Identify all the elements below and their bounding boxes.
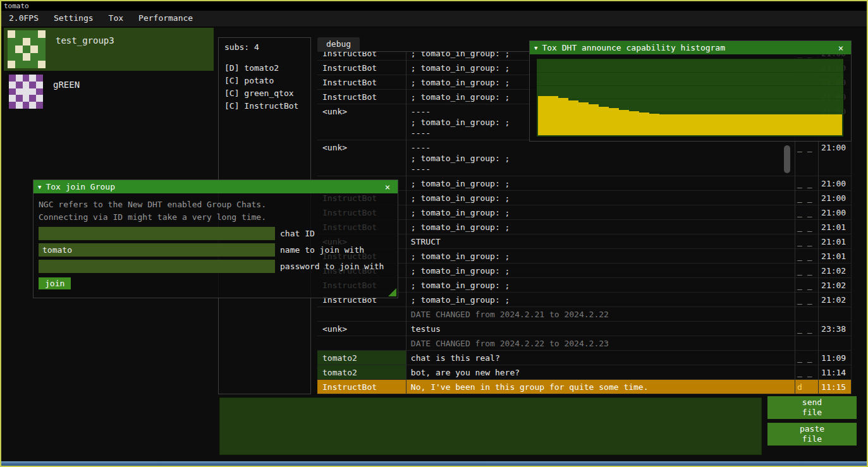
- join-group-window: ▼ Tox join Group × NGC refers to the New…: [33, 179, 398, 298]
- message-text: ; tomato_in_group: ;: [406, 278, 794, 292]
- join-window-titlebar[interactable]: ▼ Tox join Group ×: [34, 180, 398, 193]
- paste-file-button[interactable]: paste file: [767, 423, 857, 446]
- message-input[interactable]: [219, 397, 762, 455]
- avatar-pixel: [23, 38, 30, 45]
- message-timestamp: 21:01: [817, 220, 851, 234]
- histogram-bar: [822, 114, 832, 135]
- histogram-window-titlebar[interactable]: ▼ Tox DHT announce capability histogram …: [530, 41, 851, 54]
- histogram-bar: [548, 96, 558, 135]
- message-row: tomato2bot, are you new here?_ _11:14: [317, 365, 851, 380]
- join-window-body: NGC refers to the New DHT enabled Group …: [34, 193, 398, 298]
- avatar-pixel: [8, 61, 15, 68]
- message-author[interactable]: InstructBot: [317, 61, 406, 75]
- message-text: chat is this real?: [406, 351, 794, 365]
- window-title: tomato: [4, 2, 29, 10]
- avatar-pixel: [15, 30, 23, 38]
- histogram-bar: [700, 114, 711, 135]
- histogram-bar: [578, 102, 589, 135]
- message-timestamp: 21:00: [817, 191, 851, 205]
- message-author[interactable]: InstructBot: [317, 75, 406, 89]
- subs-list-item[interactable]: [C] potato: [224, 75, 305, 87]
- collapse-icon[interactable]: ▼: [534, 45, 537, 51]
- avatar-pixel: [30, 53, 38, 61]
- avatar-pixel: [8, 45, 15, 53]
- avatar-pixel: [30, 30, 38, 38]
- message-row: <unk>testus_ _23:38: [317, 322, 851, 336]
- message-text: ; tomato_in_group: ;: [406, 249, 794, 263]
- avatar-pixel: [16, 88, 23, 95]
- message-timestamp: 21:00: [817, 205, 851, 219]
- menu-item-settings[interactable]: Settings: [46, 11, 101, 27]
- histogram-bar: [680, 114, 690, 135]
- join-name-input[interactable]: [39, 243, 275, 257]
- subs-list-item[interactable]: [C] green_qtox: [224, 87, 305, 100]
- message-author[interactable]: InstructBot: [317, 90, 406, 104]
- histogram-bar: [558, 98, 568, 136]
- histogram-bar: [599, 107, 609, 135]
- delivery-status: _ _: [794, 278, 817, 292]
- avatar-pixel: [9, 102, 16, 109]
- window-titlebar[interactable]: tomato: [1, 1, 867, 11]
- join-button[interactable]: join: [39, 277, 71, 289]
- message-timestamp: 11:14: [817, 365, 851, 379]
- group-sidebar: test_group3 gREEN: [4, 28, 214, 111]
- avatar-pixel: [23, 30, 30, 38]
- group-item-green[interactable]: gREEN: [4, 71, 214, 111]
- message-timestamp: [817, 307, 851, 310]
- message-text: No, I've been in this group for quite so…: [406, 380, 794, 394]
- message-author[interactable]: <unk>: [317, 322, 406, 336]
- field-row: chat ID: [39, 227, 393, 240]
- message-author[interactable]: tomato2: [317, 365, 406, 379]
- histogram-bar: [649, 114, 659, 136]
- histogram-bar: [731, 114, 741, 135]
- message-author[interactable]: <unk>: [317, 140, 406, 154]
- avatar-pixel: [36, 95, 43, 102]
- histogram-bar: [690, 114, 700, 135]
- chat-id-input[interactable]: [39, 227, 275, 240]
- subs-list-item[interactable]: [C] InstructBot: [224, 100, 305, 112]
- message-row: tomato2chat is this real?_ _11:09: [317, 351, 851, 365]
- avatar-pixel: [36, 102, 43, 109]
- delivery-status: _ _: [794, 220, 817, 234]
- histogram-window: ▼ Tox DHT announce capability histogram …: [529, 40, 852, 142]
- group-name: test_group3: [56, 30, 114, 45]
- menu-item-2-0fps[interactable]: 2.0FPS: [1, 11, 46, 27]
- histogram-bar: [721, 114, 731, 135]
- collapse-icon[interactable]: ▼: [38, 184, 41, 190]
- menu-item-tox[interactable]: Tox: [101, 11, 131, 27]
- avatar-pixel: [16, 102, 23, 109]
- message-timestamp: 21:02: [817, 264, 851, 277]
- tab-debug[interactable]: debug: [317, 37, 360, 52]
- close-icon[interactable]: ×: [835, 43, 847, 53]
- avatar-pixel: [23, 45, 30, 53]
- message-author[interactable]: <unk>: [317, 104, 406, 118]
- ngc-info-line: NGC refers to the New DHT enabled Group …: [39, 198, 393, 211]
- delivery-status: _ _: [794, 176, 817, 190]
- histogram-window-title: Tox DHT announce capability histogram: [542, 43, 725, 52]
- message-author[interactable]: InstructBot: [317, 52, 406, 60]
- avatar-pixel: [23, 95, 30, 102]
- delivery-status: _ _: [794, 293, 817, 306]
- group-item-test-group3[interactable]: test_group3: [4, 28, 214, 71]
- subs-list-item[interactable]: [D] tomato2: [224, 62, 305, 75]
- message-text: ; tomato_in_group: ;: [406, 205, 794, 219]
- send-file-button[interactable]: send file: [767, 396, 857, 419]
- chat-scrollbar-thumb[interactable]: [784, 145, 790, 173]
- message-row: <unk>---- ; tomato_in_group: ; ----_ _21…: [317, 140, 851, 176]
- date-divider-row: DATE CHANGED from 2024.2.22 to 2024.2.23: [317, 336, 851, 351]
- histogram-bar: [781, 114, 792, 135]
- close-icon[interactable]: ×: [382, 182, 393, 192]
- avatar-pixel: [23, 82, 30, 88]
- delivery-status: _ _: [794, 264, 817, 277]
- histogram-bar: [812, 114, 822, 135]
- menu-item-performance[interactable]: Performance: [131, 11, 200, 27]
- resize-grip[interactable]: [388, 288, 396, 296]
- message-author[interactable]: tomato2: [317, 351, 406, 365]
- message-timestamp: 21:01: [817, 249, 851, 263]
- join-password-input[interactable]: [39, 260, 275, 273]
- subs-list: [D] tomato2[C] potato[C] green_qtox[C] I…: [224, 62, 305, 112]
- message-author[interactable]: InstructBot: [317, 380, 406, 394]
- histogram-bar: [639, 112, 649, 135]
- group-avatar: [9, 75, 43, 109]
- histogram-bar: [669, 114, 680, 135]
